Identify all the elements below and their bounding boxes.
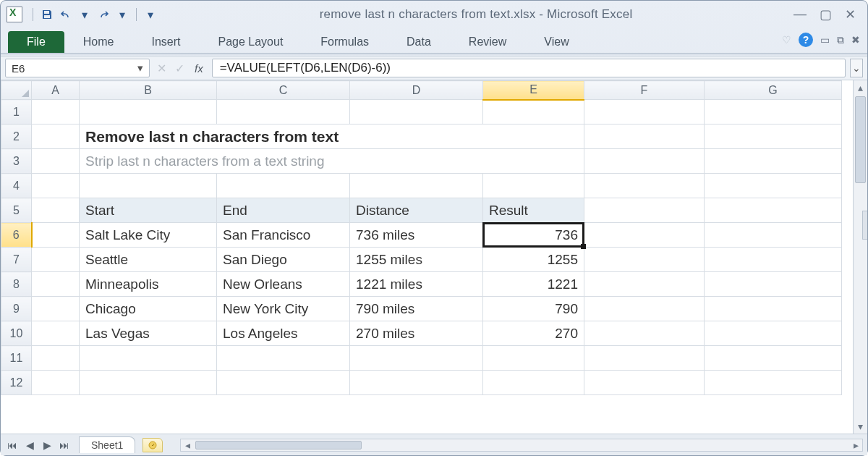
table-cell: San Francisco <box>217 223 349 247</box>
sheet-title: Remove last n characters from text <box>80 124 584 148</box>
sheet-tab-sheet1[interactable]: Sheet1 <box>79 436 135 453</box>
table-cell: 270 <box>483 321 584 345</box>
tab-insert[interactable]: Insert <box>132 31 199 53</box>
col-header-e[interactable]: E <box>483 81 584 100</box>
formula-bar: E6 ▾ ✕ ✓ fx =VALUE(LEFT(D6,LEN(D6)-6)) ⌄ <box>1 56 867 80</box>
table-header-start: Start <box>80 198 216 222</box>
table-cell: Chicago <box>80 297 216 321</box>
accept-formula-icon: ✓ <box>172 62 187 75</box>
table-cell: 1221 <box>483 272 584 296</box>
first-sheet-icon[interactable]: ⏮ <box>5 438 20 452</box>
vscroll-thumb[interactable] <box>855 96 866 183</box>
table-cell: 790 miles <box>350 297 482 321</box>
name-box[interactable]: E6 ▾ <box>5 59 150 77</box>
tab-view[interactable]: View <box>525 31 587 53</box>
ribbon-tabs: File Home Insert Page Layout Formulas Da… <box>1 28 867 53</box>
table-cell: 1221 miles <box>350 272 482 296</box>
new-sheet-button[interactable] <box>142 438 163 452</box>
worksheet-grid[interactable]: A B C D E F G 1 2 <box>1 80 853 434</box>
tab-formulas[interactable]: Formulas <box>302 31 388 53</box>
svg-point-0 <box>149 442 156 449</box>
name-box-value: E6 <box>12 62 25 75</box>
table-header-end: End <box>217 198 349 222</box>
row-header-8[interactable]: 8 <box>1 272 32 297</box>
tab-data[interactable]: Data <box>388 31 450 53</box>
row-header-7[interactable]: 7 <box>1 248 32 272</box>
name-box-dropdown-icon[interactable]: ▾ <box>135 62 146 74</box>
col-header-a[interactable]: A <box>32 81 80 100</box>
title-bar: ▾ ▾ ▾ remove last n characters from text… <box>1 1 867 28</box>
table-cell: New York City <box>217 297 349 321</box>
table-cell: Los Angeles <box>217 321 349 345</box>
redo-icon[interactable] <box>95 7 111 22</box>
table-cell: New Orleans <box>217 272 349 296</box>
redo-dropdown-icon[interactable]: ▾ <box>114 7 130 22</box>
col-header-f[interactable]: F <box>584 81 705 100</box>
close-icon[interactable]: ✕ <box>845 7 856 22</box>
qat-customize-icon[interactable]: ▾ <box>142 7 158 22</box>
active-cell[interactable]: 736 <box>483 223 584 247</box>
scroll-up-icon[interactable]: ▴ <box>854 80 867 95</box>
insert-function-button[interactable]: fx <box>190 62 208 75</box>
formula-input[interactable]: =VALUE(LEFT(D6,LEN(D6)-6)) <box>212 59 846 77</box>
col-header-g[interactable]: G <box>705 81 842 100</box>
col-header-d[interactable]: D <box>350 81 483 100</box>
tab-home[interactable]: Home <box>64 31 133 53</box>
table-cell: 790 <box>483 297 584 321</box>
excel-logo-icon <box>7 7 22 22</box>
ribbon-close-window-icon[interactable]: ✖ <box>851 34 860 46</box>
sheet-subtitle: Strip last n characters from a text stri… <box>80 149 584 173</box>
help-icon[interactable]: ? <box>799 33 813 47</box>
select-all-corner[interactable] <box>1 81 32 100</box>
undo-dropdown-icon[interactable]: ▾ <box>77 7 93 22</box>
row-header-2[interactable]: 2 <box>1 124 32 149</box>
scroll-left-icon[interactable]: ◂ <box>181 439 194 451</box>
next-sheet-icon[interactable]: ▶ <box>40 438 54 452</box>
formula-text: =VALUE(LEFT(D6,LEN(D6)-6)) <box>220 61 391 75</box>
ribbon-minimize-window-icon[interactable]: ▭ <box>820 34 830 46</box>
save-icon[interactable] <box>39 7 55 22</box>
expand-formula-bar-icon[interactable]: ⌄ <box>850 59 863 77</box>
ribbon-restore-window-icon[interactable]: ⧉ <box>837 34 844 46</box>
row-header-3[interactable]: 3 <box>1 149 32 174</box>
scroll-right-icon[interactable]: ▸ <box>849 439 862 451</box>
table-cell: Seattle <box>80 248 216 271</box>
vertical-scrollbar[interactable]: ▴ ▾ <box>853 80 867 434</box>
horizontal-scrollbar[interactable]: ◂ ▸ <box>180 439 863 452</box>
table-header-result: Result <box>483 198 584 222</box>
file-tab[interactable]: File <box>8 31 64 53</box>
scroll-down-icon[interactable]: ▾ <box>854 419 867 434</box>
row-header-12[interactable]: 12 <box>1 371 32 395</box>
row-header-4[interactable]: 4 <box>1 174 32 198</box>
hscroll-thumb[interactable] <box>195 441 362 449</box>
tab-review[interactable]: Review <box>450 31 525 53</box>
table-header-distance: Distance <box>350 198 482 222</box>
last-sheet-icon[interactable]: ⏭ <box>57 438 72 452</box>
sheet-tab-bar: ⏮ ◀ ▶ ⏭ Sheet1 ◂ ▸ <box>1 434 867 455</box>
table-cell: 1255 miles <box>350 248 482 271</box>
split-handle[interactable] <box>862 211 867 240</box>
table-cell: 736 miles <box>350 223 482 247</box>
table-cell: Minneapolis <box>80 272 216 296</box>
row-header-9[interactable]: 9 <box>1 297 32 321</box>
app-window: ▾ ▾ ▾ remove last n characters from text… <box>0 0 868 456</box>
cancel-formula-icon: ✕ <box>154 62 169 75</box>
row-header-6[interactable]: 6 <box>1 223 32 248</box>
prev-sheet-icon[interactable]: ◀ <box>22 438 37 452</box>
col-header-b[interactable]: B <box>80 81 217 100</box>
maximize-icon[interactable]: ▢ <box>820 7 832 22</box>
row-header-10[interactable]: 10 <box>1 321 32 346</box>
table-cell: San Diego <box>217 248 349 271</box>
row-header-11[interactable]: 11 <box>1 346 32 371</box>
ribbon-heart-icon[interactable]: ♡ <box>782 34 791 46</box>
table-cell: Salt Lake City <box>80 223 216 247</box>
window-title: remove last n characters from text.xlsx … <box>158 7 793 22</box>
row-header-5[interactable]: 5 <box>1 198 32 223</box>
minimize-icon[interactable]: — <box>793 7 807 22</box>
table-cell: 1255 <box>483 248 584 271</box>
undo-icon[interactable] <box>58 7 74 22</box>
table-cell: 270 miles <box>350 321 482 345</box>
col-header-c[interactable]: C <box>217 81 350 100</box>
row-header-1[interactable]: 1 <box>1 100 32 124</box>
tab-page-layout[interactable]: Page Layout <box>199 31 302 53</box>
